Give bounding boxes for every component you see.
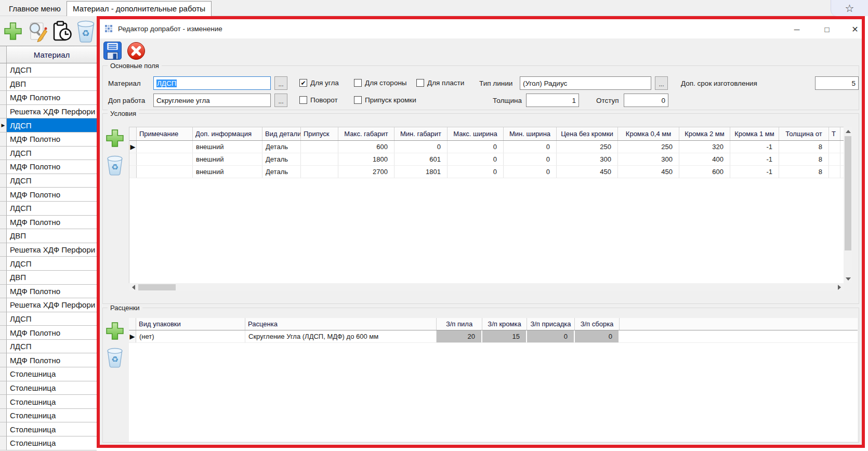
delete-material-button[interactable]: ♻ xyxy=(75,20,97,43)
minimize-button[interactable]: ─ xyxy=(788,22,806,36)
grid-cell[interactable] xyxy=(829,166,840,178)
hscroll-thumb[interactable] xyxy=(138,284,176,290)
grid-cell[interactable] xyxy=(829,141,840,153)
grid-cell[interactable]: 0 xyxy=(527,330,575,342)
checkbox-for-corner[interactable]: ✔Для угла xyxy=(299,79,339,87)
grid-cell[interactable]: 601 xyxy=(394,153,448,165)
grid-cell[interactable]: 0 xyxy=(504,166,557,178)
grid-cell[interactable]: -1 xyxy=(730,141,779,153)
column-header[interactable]: Мин. габарит xyxy=(394,127,448,140)
column-header[interactable]: З/п пила xyxy=(437,318,482,330)
grid-cell[interactable]: внешний xyxy=(193,141,262,153)
column-header[interactable]: Кромка 1 мм xyxy=(730,127,779,140)
checkbox-for-face[interactable]: Для пласти xyxy=(416,79,464,87)
grid-cell[interactable]: 8 xyxy=(779,166,829,178)
grid-cell[interactable]: Деталь xyxy=(262,153,301,165)
grid-cell[interactable]: Деталь xyxy=(262,166,301,178)
dopwork-input[interactable]: Скругление угла xyxy=(153,94,271,107)
grid-cell[interactable] xyxy=(137,141,193,153)
grid-cell[interactable]: 0 xyxy=(394,141,448,153)
material-browse-button[interactable]: ... xyxy=(274,76,287,90)
list-item[interactable]: Столешница xyxy=(0,422,97,436)
column-header[interactable]: Кромка 2 мм xyxy=(679,127,730,140)
conditions-hscrollbar[interactable] xyxy=(129,283,844,291)
dopwork-browse-button[interactable]: ... xyxy=(274,94,287,107)
list-item[interactable]: Решетка ХДФ Перфори xyxy=(0,243,97,257)
grid-cell[interactable]: -1 xyxy=(730,153,779,165)
grid-cell[interactable]: -1 xyxy=(730,166,779,178)
thickness-input[interactable]: 1 xyxy=(526,94,579,107)
grid-cell[interactable]: 450 xyxy=(618,166,679,178)
save-button[interactable] xyxy=(103,41,122,60)
list-item[interactable]: ДВП xyxy=(0,229,97,243)
checkbox-edge-allowance[interactable]: Припуск кромки xyxy=(354,96,416,104)
prices-delete-button[interactable]: ♻ xyxy=(106,347,124,368)
scroll-up-arrow[interactable] xyxy=(844,127,852,136)
column-header[interactable]: Цена без кромки xyxy=(557,127,618,140)
list-item[interactable]: Столешница xyxy=(0,367,97,381)
grid-cell[interactable]: Скругление Угла (ЛДСП, МДФ) до 600 мм xyxy=(245,330,437,342)
list-item[interactable]: МДФ Полотно xyxy=(0,132,97,147)
conditions-vscrollbar[interactable] xyxy=(844,127,852,283)
column-header[interactable]: Вид упаковки xyxy=(136,318,245,330)
tab-main-menu[interactable]: Главное меню xyxy=(3,2,67,16)
grid-cell[interactable]: Деталь xyxy=(262,141,301,153)
scroll-down-arrow[interactable] xyxy=(844,274,852,283)
grid-cell[interactable]: 20 xyxy=(437,330,482,342)
list-item[interactable]: МДФ Полотно xyxy=(0,91,97,105)
grid-cell[interactable]: 250 xyxy=(557,141,618,153)
list-item[interactable]: ЛДСП xyxy=(0,340,97,354)
cancel-button[interactable] xyxy=(127,42,146,60)
grid-cell[interactable]: 400 xyxy=(679,153,730,165)
column-header[interactable]: З/п сборка xyxy=(575,318,620,330)
list-item[interactable]: Столешница xyxy=(0,395,97,409)
list-item[interactable]: ЛДСП xyxy=(0,147,97,161)
grid-cell[interactable]: 15 xyxy=(482,330,527,342)
tab-material-dopworks[interactable]: Материал - дополнительные работы xyxy=(67,1,212,17)
grid-cell[interactable]: 0 xyxy=(504,141,557,153)
conditions-delete-button[interactable]: ♻ xyxy=(106,155,124,176)
grid-cell[interactable] xyxy=(137,166,193,178)
grid-cell[interactable]: (нет) xyxy=(136,330,245,342)
grid-cell[interactable]: 2700 xyxy=(338,166,394,178)
scroll-right-arrow[interactable] xyxy=(835,283,844,291)
add-material-button[interactable] xyxy=(2,20,24,43)
list-item[interactable]: Столешница xyxy=(0,409,97,423)
extra-term-input[interactable]: 5 xyxy=(815,76,859,90)
bookmark-corner[interactable]: ☆ xyxy=(831,0,868,16)
grid-cell[interactable]: 1800 xyxy=(338,153,394,165)
grid-cell[interactable] xyxy=(301,166,338,178)
grid-cell[interactable]: 300 xyxy=(557,153,618,165)
grid-cell[interactable]: 250 xyxy=(618,141,679,153)
column-header[interactable]: Т xyxy=(829,127,840,140)
list-item[interactable]: Столешница xyxy=(0,436,97,450)
grid-cell[interactable]: 0 xyxy=(448,166,504,178)
grid-cell[interactable]: 320 xyxy=(679,141,730,153)
column-header[interactable]: Расценка xyxy=(245,318,437,330)
list-item[interactable]: Решетка ХДФ Перфори xyxy=(0,298,97,312)
edit-material-button[interactable] xyxy=(26,20,48,43)
column-header[interactable]: Припуск xyxy=(301,127,338,140)
column-header[interactable]: Макс. габарит xyxy=(338,127,394,140)
list-item[interactable]: ▶ЛДСП xyxy=(0,118,97,132)
list-item[interactable]: МДФ Полотно xyxy=(0,285,97,299)
list-item[interactable]: МДФ Полотно xyxy=(0,216,97,230)
conditions-add-button[interactable] xyxy=(105,128,125,148)
history-button[interactable] xyxy=(51,20,73,43)
list-item[interactable]: Столешница xyxy=(0,381,97,395)
grid-cell[interactable]: 1801 xyxy=(394,166,448,178)
list-item[interactable]: ЛДСП xyxy=(0,257,97,271)
grid-cell[interactable]: 0 xyxy=(504,153,557,165)
list-item[interactable]: ЛДСП xyxy=(0,202,97,216)
grid-cell[interactable] xyxy=(301,153,338,165)
maximize-button[interactable]: □ xyxy=(818,22,836,36)
list-item[interactable]: Решетка ХДФ Перфори xyxy=(0,105,97,119)
material-input[interactable]: ЛДСП xyxy=(153,76,271,90)
grid-cell[interactable]: внешний xyxy=(193,153,262,165)
grid-cell[interactable]: 0 xyxy=(448,141,504,153)
column-header[interactable]: З/п кромка xyxy=(482,318,527,330)
grid-cell[interactable] xyxy=(301,141,338,153)
column-header[interactable]: Примечание xyxy=(137,127,193,140)
list-item[interactable]: ДВП xyxy=(0,77,97,91)
grid-cell[interactable]: 600 xyxy=(338,141,394,153)
